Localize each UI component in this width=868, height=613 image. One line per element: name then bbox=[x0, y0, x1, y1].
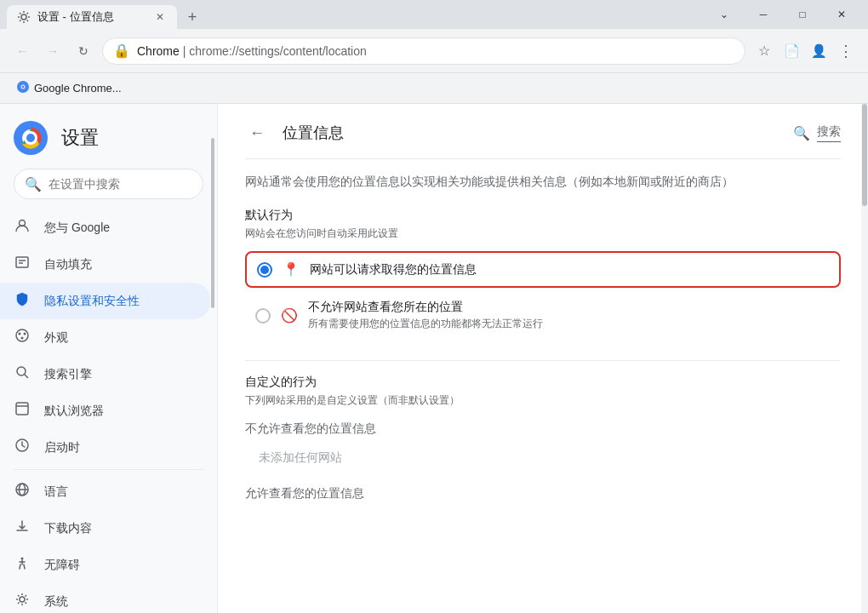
url-text: Chrome | chrome://settings/content/locat… bbox=[137, 44, 734, 58]
sidebar-item-startup[interactable]: 启动时 bbox=[0, 429, 210, 466]
sidebar-item-privacy-label: 隐私设置和安全性 bbox=[44, 294, 140, 309]
url-site: Chrome bbox=[137, 44, 180, 58]
content-inner: ← 位置信息 🔍 搜索 网站通常会使用您的位置信息以实现相关功能或提供相关信息（… bbox=[218, 104, 868, 536]
maximize-button[interactable]: □ bbox=[783, 0, 822, 29]
allow-location-option[interactable]: 📍 网站可以请求取得您的位置信息 bbox=[245, 251, 841, 288]
sidebar-item-appearance[interactable]: 外观 bbox=[0, 319, 210, 356]
profile-button[interactable]: 👤 bbox=[807, 39, 831, 63]
sidebar-item-autofill-label: 自动填充 bbox=[44, 257, 92, 272]
url-bar[interactable]: 🔒 Chrome | chrome://settings/content/loc… bbox=[102, 37, 745, 65]
palette-icon bbox=[14, 328, 31, 347]
sidebar-item-accessibility-label: 无障碍 bbox=[44, 558, 80, 573]
page-search-icon: 🔍 bbox=[793, 125, 810, 141]
search-input[interactable] bbox=[49, 177, 197, 191]
bookmark-google-chrome[interactable]: Google Chrome... bbox=[10, 77, 128, 99]
default-behavior-sub: 网站会在您访问时自动采用此设置 bbox=[245, 226, 841, 241]
autofill-icon bbox=[14, 255, 31, 274]
sidebar-scrollbar[interactable] bbox=[210, 104, 215, 613]
svg-rect-13 bbox=[16, 403, 28, 415]
bookmarks-bar: Google Chrome... bbox=[0, 73, 868, 104]
page-title: 位置信息 bbox=[283, 123, 344, 143]
block-option-label: 不允许网站查看您所在的位置 bbox=[308, 300, 831, 315]
accessibility-icon bbox=[14, 555, 31, 575]
sidebar-item-download-label: 下载内容 bbox=[44, 521, 92, 536]
main-content: 设置 🔍 您与 Google bbox=[0, 104, 868, 613]
sidebar-item-accessibility[interactable]: 无障碍 bbox=[0, 547, 210, 583]
sidebar-item-google[interactable]: 您与 Google bbox=[0, 209, 210, 246]
allow-radio-dot bbox=[260, 266, 269, 274]
content-scrollbar[interactable] bbox=[861, 104, 868, 613]
page-search-text: 搜索 bbox=[817, 124, 841, 142]
chevron-button[interactable]: ⌄ bbox=[705, 0, 744, 29]
sidebar-item-appearance-label: 外观 bbox=[44, 330, 68, 346]
block-empty-text: 未添加任何网站 bbox=[245, 444, 841, 473]
location-blocked-icon: 🚫 bbox=[281, 307, 298, 324]
allow-subsection: 允许查看您的位置信息 bbox=[245, 486, 841, 501]
shield-icon bbox=[14, 291, 31, 311]
svg-point-0 bbox=[21, 14, 26, 20]
block-option-text: 不允许网站查看您所在的位置 所有需要使用您的位置信息的功能都将无法正常运行 bbox=[308, 300, 831, 331]
bookmark-star-button[interactable]: ☆ bbox=[752, 39, 776, 63]
language-icon bbox=[14, 482, 31, 501]
security-icon: 🔒 bbox=[113, 43, 130, 59]
new-tab-button[interactable]: + bbox=[180, 5, 204, 29]
search-engine-icon bbox=[14, 364, 31, 384]
sidebar-item-search[interactable]: 搜索引擎 bbox=[0, 356, 210, 392]
sidebar: 设置 🔍 您与 Google bbox=[0, 104, 218, 613]
content-scroll-thumb bbox=[862, 104, 867, 206]
startup-icon bbox=[14, 438, 31, 457]
block-subsection-label: 不允许查看您的位置信息 bbox=[245, 421, 841, 437]
sidebar-item-browser[interactable]: 默认浏览器 bbox=[0, 392, 210, 429]
toolbar-icons: ☆ 📄 👤 ⋮ bbox=[752, 39, 858, 63]
svg-point-11 bbox=[21, 337, 24, 340]
reload-button[interactable]: ↻ bbox=[71, 39, 95, 63]
custom-behavior-sub: 下列网站采用的是自定义设置（而非默认设置） bbox=[245, 393, 841, 408]
sidebar-item-autofill[interactable]: 自动填充 bbox=[0, 246, 210, 283]
sidebar-header: 设置 bbox=[0, 111, 217, 169]
allow-option-text: 网站可以请求取得您的位置信息 bbox=[310, 262, 829, 278]
content-area: ← 位置信息 🔍 搜索 网站通常会使用您的位置信息以实现相关功能或提供相关信息（… bbox=[218, 104, 868, 613]
close-button[interactable]: ✕ bbox=[822, 0, 861, 29]
svg-point-18 bbox=[20, 597, 25, 602]
minimize-button[interactable]: ─ bbox=[744, 0, 783, 29]
addressbar: ← → ↻ 🔒 Chrome | chrome://settings/conte… bbox=[0, 29, 868, 73]
sidebar-item-startup-label: 启动时 bbox=[44, 440, 80, 455]
svg-point-17 bbox=[21, 558, 24, 560]
sidebar-item-system[interactable]: 系统 bbox=[0, 583, 210, 613]
svg-point-5 bbox=[26, 134, 35, 142]
block-option-sublabel: 所有需要使用您的位置信息的功能都将无法正常运行 bbox=[308, 317, 831, 331]
block-subsection: 不允许查看您的位置信息 未添加任何网站 bbox=[245, 421, 841, 473]
default-behavior-label: 默认行为 bbox=[245, 208, 841, 223]
tab-icon bbox=[17, 10, 31, 24]
allow-radio-button[interactable] bbox=[257, 262, 272, 278]
menu-button[interactable]: ⋮ bbox=[834, 39, 858, 63]
search-icon: 🔍 bbox=[25, 176, 42, 192]
forward-button[interactable]: → bbox=[41, 39, 65, 63]
back-button[interactable]: ← bbox=[10, 39, 34, 63]
allow-option-label: 网站可以请求取得您的位置信息 bbox=[310, 262, 829, 278]
url-full: chrome://settings/content/location bbox=[189, 44, 367, 58]
back-button[interactable]: ← bbox=[245, 121, 269, 145]
person-icon bbox=[14, 218, 31, 238]
svg-point-10 bbox=[24, 333, 26, 335]
block-location-option[interactable]: 🚫 不允许网站查看您所在的位置 所有需要使用您的位置信息的功能都将无法正常运行 bbox=[245, 291, 841, 340]
tab-close-button[interactable]: ✕ bbox=[153, 10, 167, 24]
page-search: 🔍 搜索 bbox=[793, 124, 841, 142]
sidebar-item-privacy[interactable]: 隐私设置和安全性 bbox=[0, 283, 210, 319]
sidebar-search[interactable]: 🔍 bbox=[14, 169, 203, 199]
location-description: 网站通常会使用您的位置信息以实现相关功能或提供相关信息（例如本地新闻或附近的商店… bbox=[245, 159, 841, 201]
location-pin-icon: 📍 bbox=[283, 261, 300, 278]
svg-rect-7 bbox=[16, 257, 28, 267]
sidebar-item-browser-label: 默认浏览器 bbox=[44, 404, 104, 419]
settings-title: 设置 bbox=[61, 125, 99, 151]
browser-icon bbox=[14, 401, 31, 421]
page-back-area: ← 位置信息 bbox=[245, 121, 344, 145]
download-icon bbox=[14, 518, 31, 538]
sidebar-item-language[interactable]: 语言 bbox=[0, 473, 210, 510]
active-tab[interactable]: 设置 - 位置信息 ✕ bbox=[7, 5, 177, 29]
sidebar-scroll-thumb bbox=[211, 138, 214, 308]
system-icon bbox=[14, 592, 31, 611]
block-radio-button[interactable] bbox=[255, 308, 271, 324]
sidebar-item-download[interactable]: 下载内容 bbox=[0, 510, 210, 547]
reading-mode-button[interactable]: 📄 bbox=[779, 39, 803, 63]
